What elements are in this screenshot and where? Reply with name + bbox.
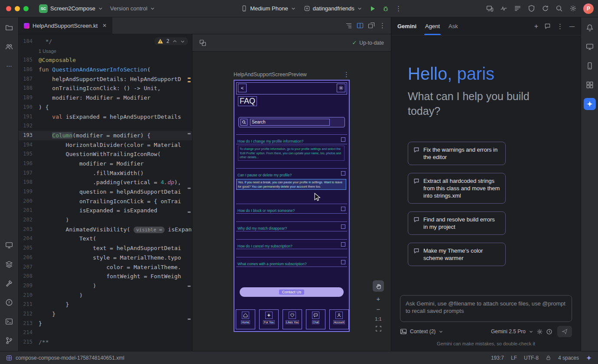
scrollbar-mark[interactable] <box>188 286 191 287</box>
notifications-button[interactable] <box>584 22 596 34</box>
code-line[interactable]: 185@Composable <box>19 55 192 65</box>
prev-issue-icon[interactable] <box>172 39 177 44</box>
zoom-in-button[interactable]: + <box>377 296 380 302</box>
close-tab-icon[interactable]: ✕ <box>102 23 107 29</box>
zoom-window-button[interactable] <box>23 6 29 11</box>
user-avatar[interactable]: P <box>583 3 594 14</box>
problems-tool-button[interactable] <box>3 296 15 309</box>
code-line[interactable]: 200 onTrailingIconClick = { onTrai <box>19 197 192 206</box>
debug-button[interactable] <box>380 3 392 15</box>
code-line[interactable]: 198 .padding(vertical = 4.dp), <box>19 178 192 187</box>
preview-canvas[interactable]: HelpAndSupportScreenPreview ⋮ < FAQ <box>192 52 391 351</box>
tab-agent[interactable]: Agent <box>425 23 440 29</box>
gemini-options-icon[interactable]: ⋮ <box>557 23 563 30</box>
pan-tool-button[interactable] <box>373 280 384 292</box>
line-ending-widget[interactable]: LF <box>511 355 517 361</box>
wf-answer-text[interactable]: To change your profile information, go t… <box>238 146 344 161</box>
wf-nav-chat[interactable]: Chat <box>306 309 325 329</box>
wf-expand-icon[interactable] <box>341 171 345 176</box>
code-line[interactable]: 215/** <box>19 338 192 347</box>
suggestion-card[interactable]: Fix the warnings and errors in the edito… <box>408 142 506 165</box>
zoom-out-button[interactable]: − <box>377 306 380 312</box>
code-line[interactable]: 212 } <box>19 309 192 319</box>
more-tool-windows-button[interactable]: ⋯ <box>3 60 15 72</box>
code-line[interactable]: 194 HorizontalDivider(color = Material <box>19 140 192 150</box>
send-button[interactable] <box>557 326 572 337</box>
code-line[interactable]: 196 modifier = Modifier <box>19 159 192 169</box>
wf-nav-account[interactable]: Account <box>329 309 349 329</box>
new-chat-button[interactable]: + <box>534 23 538 30</box>
code-line[interactable]: 208 fontWeight = FontWeigh <box>19 272 192 281</box>
lock-icon[interactable] <box>546 355 551 361</box>
wf-nav-likes-you[interactable]: Likes You <box>283 309 302 329</box>
code-line[interactable]: 186fun QuestionAndAnswerInfoSection( <box>19 65 192 75</box>
code-line[interactable]: 189 modifier: Modifier = Modifier <box>19 93 192 103</box>
code-line[interactable]: 191 val isExpanded = helpAndSupportDetai… <box>19 112 192 122</box>
device-mirroring-button[interactable] <box>484 3 496 15</box>
code-line[interactable]: 213} <box>19 319 192 328</box>
logcat-button[interactable] <box>511 3 523 15</box>
scrollbar-warning-mark[interactable] <box>188 81 191 82</box>
ui-check-icon[interactable] <box>199 39 206 46</box>
preview-phone-frame[interactable]: < FAQ Search <box>234 80 350 332</box>
indent-widget[interactable]: 4 spaces <box>558 355 579 361</box>
history-icon[interactable] <box>546 328 552 335</box>
suggestion-card[interactable]: Extract all hardcoded strings from this … <box>408 173 506 204</box>
code-editor[interactable]: 184 */1 Usage185@Composable186fun Questi… <box>19 34 192 351</box>
zoom-to-fit-button[interactable] <box>375 325 382 332</box>
wf-question-row[interactable]: How do I block or report someone? <box>237 207 346 212</box>
running-devices-button[interactable] <box>3 239 15 251</box>
code-line[interactable]: 210 ) <box>19 291 192 300</box>
tab-ask[interactable]: Ask <box>448 23 458 29</box>
wf-nav-for-you[interactable]: For You <box>259 309 279 329</box>
code-line[interactable]: 204 Text( <box>19 234 192 244</box>
version-control-tool-button[interactable] <box>3 335 15 347</box>
app-quality-insights-button[interactable] <box>525 3 537 15</box>
wf-expand-icon[interactable] <box>341 242 345 247</box>
run-configuration-selector[interactable]: datingandfriends <box>300 3 366 13</box>
wf-top-app-bar[interactable] <box>236 82 347 94</box>
suggestion-card[interactable]: Find and resolve build errors in my proj… <box>408 211 506 235</box>
inspection-widget[interactable]: 2 <box>155 37 188 45</box>
wf-contact-us-button[interactable]: Contact Us <box>240 287 344 297</box>
preview-menu-icon[interactable]: ⋮ <box>343 71 350 78</box>
scrollbar-mark[interactable] <box>188 211 191 213</box>
model-selector[interactable]: Gemini 2.5 Pro <box>491 328 526 335</box>
project-selector[interactable]: SC Screen2Compose <box>36 3 107 15</box>
scrollbar-mark[interactable] <box>188 188 191 189</box>
build-tool-button[interactable] <box>3 277 15 289</box>
wf-expand-icon[interactable] <box>341 137 345 142</box>
editor-options-icon[interactable]: ⋮ <box>379 22 386 29</box>
code-line[interactable]: 187 helpAndSupportDetails: HelpAndSuppor… <box>19 75 192 84</box>
next-issue-icon[interactable] <box>180 39 185 44</box>
code-line[interactable]: 203 AnimatedVisibility( visible = isExpa… <box>19 225 192 234</box>
attach-image-icon[interactable] <box>400 328 407 335</box>
gemini-tool-button[interactable] <box>584 98 596 110</box>
code-line[interactable]: 201 isExpanded = isExpanded <box>19 206 192 215</box>
caret-position-widget[interactable]: 193:7 <box>491 355 504 361</box>
wf-question-row[interactable]: How do I cancel my subscription? <box>237 242 346 247</box>
close-window-button[interactable] <box>6 6 11 11</box>
context-selector[interactable]: Context (2) <box>410 328 436 335</box>
wf-expand-icon[interactable] <box>341 224 345 229</box>
code-line[interactable]: 206 style = MaterialTheme.typo <box>19 253 192 263</box>
scrollbar-mark[interactable] <box>188 133 191 134</box>
code-line[interactable]: 205 text = helpAndSupportDetai <box>19 244 192 253</box>
code-line[interactable]: 193 Column(modifier = modifier) { <box>19 131 192 140</box>
split-editor-icon[interactable] <box>357 22 364 29</box>
gemini-status-icon[interactable] <box>586 355 592 361</box>
code-line[interactable]: 207 color = MaterialTheme. <box>19 263 192 272</box>
wf-search-field[interactable]: Search <box>238 117 345 127</box>
minimize-window-button[interactable] <box>15 6 20 11</box>
running-devices-button[interactable] <box>584 41 596 53</box>
scrollbar-warning-mark[interactable] <box>188 78 191 79</box>
code-line[interactable]: 214 <box>19 328 192 338</box>
code-line[interactable]: 190) { <box>19 103 192 112</box>
editor-tab[interactable]: HelpAndSupportScreen.kt ✕ <box>19 17 112 34</box>
search-everywhere-button[interactable] <box>553 3 565 15</box>
preview-name[interactable]: HelpAndSupportScreenPreview <box>234 72 307 78</box>
wf-back-button[interactable]: < <box>238 84 247 92</box>
run-button[interactable] <box>367 3 379 15</box>
code-line[interactable]: 211 } <box>19 300 192 309</box>
chat-history-icon[interactable] <box>544 23 551 29</box>
